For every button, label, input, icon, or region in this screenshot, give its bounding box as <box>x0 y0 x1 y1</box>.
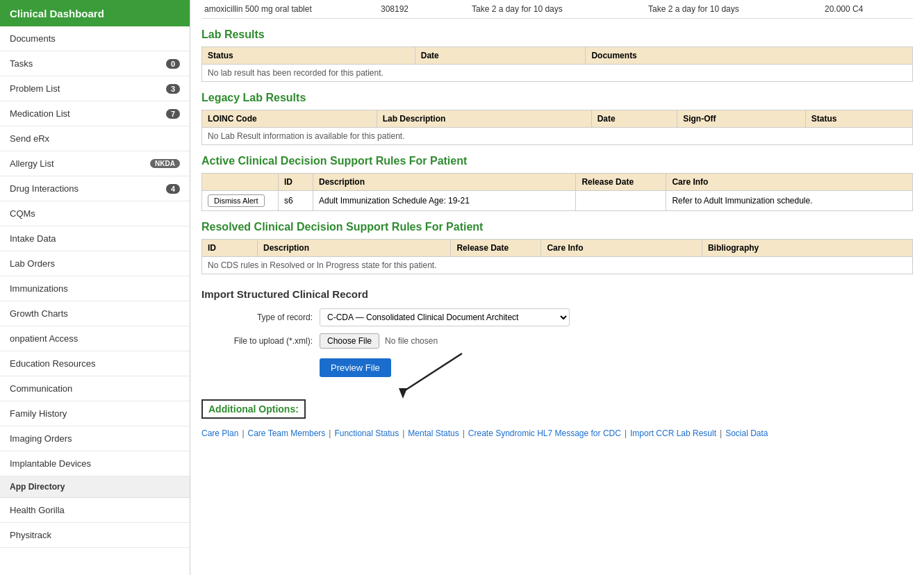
sep-6: | <box>720 428 722 438</box>
active-cds-col-id: ID <box>279 174 313 191</box>
sidebar-item-communication[interactable]: Communication <box>0 376 190 401</box>
medication-list-badge: 7 <box>166 109 180 119</box>
no-file-text: No file chosen <box>385 336 438 346</box>
sidebar-item-drug-interactions[interactable]: Drug Interactions 4 <box>0 176 190 201</box>
file-label: File to upload (*.xml): <box>201 336 320 346</box>
link-functional-status[interactable]: Functional Status <box>334 428 399 438</box>
sidebar: Clinical Dashboard Documents Tasks 0 Pro… <box>0 0 190 575</box>
lab-col-date: Date <box>415 47 586 65</box>
sidebar-item-label: Documents <box>10 33 56 44</box>
main-content: amoxicillin 500 mg oral tablet 308192 Ta… <box>190 0 924 575</box>
sidebar-item-label: Communication <box>10 383 72 394</box>
medication-sig: Take 2 a day for 10 days <box>469 4 645 14</box>
app-directory-header: App Directory <box>0 476 190 498</box>
lab-results-table: Status Date Documents No lab result has … <box>201 47 913 82</box>
medication-row: amoxicillin 500 mg oral tablet 308192 Ta… <box>201 0 913 19</box>
dismiss-alert-button[interactable]: Dismiss Alert <box>208 194 265 207</box>
import-section: Import Structured Clinical Record Type o… <box>201 288 913 377</box>
sidebar-item-label: Health Gorilla <box>10 505 65 515</box>
legacy-lab-empty-row: No Lab Result information is available f… <box>202 128 913 145</box>
sidebar-header: Clinical Dashboard <box>0 0 190 26</box>
sidebar-item-label: Medication List <box>10 108 70 119</box>
link-care-team-members[interactable]: Care Team Members <box>248 428 326 438</box>
sidebar-item-onpatient-access[interactable]: onpatient Access <box>0 326 190 351</box>
resolved-cds-table: ID Description Release Date Care Info Bi… <box>201 239 913 274</box>
sidebar-item-intake-data[interactable]: Intake Data <box>0 226 190 251</box>
sidebar-item-label: Family History <box>10 408 67 419</box>
drug-interactions-badge: 4 <box>166 184 180 194</box>
legacy-lab-results-table: LOINC Code Lab Description Date Sign-Off… <box>201 110 913 145</box>
link-care-plan[interactable]: Care Plan <box>201 428 238 438</box>
active-cds-col-release: Release Date <box>576 174 666 191</box>
lab-results-empty-message: No lab result has been recorded for this… <box>202 65 913 82</box>
cds-id: s6 <box>279 191 313 211</box>
sep-3: | <box>402 428 404 438</box>
record-type-select[interactable]: C-CDA — Consolidated Clinical Document A… <box>320 308 570 326</box>
lab-col-status: Status <box>202 47 415 65</box>
sidebar-item-label: Send eRx <box>10 133 49 144</box>
sep-2: | <box>329 428 331 438</box>
sidebar-item-medication-list[interactable]: Medication List 7 <box>0 101 190 126</box>
sidebar-item-label: Imaging Orders <box>10 433 72 444</box>
sidebar-item-label: Growth Charts <box>10 308 68 319</box>
sidebar-item-label: Allergy List <box>10 158 54 169</box>
sidebar-item-send-erx[interactable]: Send eRx <box>0 126 190 151</box>
sidebar-item-allergy-list[interactable]: Allergy List NKDA <box>0 151 190 176</box>
sidebar-item-education-resources[interactable]: Education Resources <box>0 351 190 376</box>
lab-col-documents: Documents <box>586 47 913 65</box>
medication-name: amoxicillin 500 mg oral tablet <box>201 4 378 14</box>
additional-options-section: Additional Options: Care Plan | Care Tea… <box>201 388 913 438</box>
sidebar-item-label: Intake Data <box>10 233 56 244</box>
link-import-ccr[interactable]: Import CCR Lab Result <box>630 428 716 438</box>
resolved-col-bibliography: Bibliography <box>702 240 912 257</box>
sidebar-item-implantable-devices[interactable]: Implantable Devices <box>0 451 190 476</box>
active-cds-row: Dismiss Alert s6 Adult Immunization Sche… <box>202 191 913 211</box>
sidebar-item-label: CQMs <box>10 208 35 219</box>
sidebar-item-cqms[interactable]: CQMs <box>0 201 190 226</box>
sidebar-item-label: Lab Orders <box>10 258 55 269</box>
sidebar-item-immunizations[interactable]: Immunizations <box>0 276 190 301</box>
sidebar-item-physitrack[interactable]: Physitrack <box>0 523 190 548</box>
link-social-data[interactable]: Social Data <box>725 428 768 438</box>
legacy-col-loinc: LOINC Code <box>202 110 377 128</box>
sidebar-item-tasks[interactable]: Tasks 0 <box>0 51 190 76</box>
legacy-col-date: Date <box>591 110 677 128</box>
cds-description: Adult Immunization Schedule Age: 19-21 <box>313 191 576 211</box>
resolved-col-release: Release Date <box>451 240 541 257</box>
medication-qty: 20.000 C4 <box>822 4 913 14</box>
sidebar-item-documents[interactable]: Documents <box>0 26 190 51</box>
legacy-lab-results-title: Legacy Lab Results <box>201 92 913 104</box>
legacy-col-signoff: Sign-Off <box>677 110 806 128</box>
resolved-cds-empty-message: No CDS rules in Resolved or In Progress … <box>202 257 913 274</box>
sidebar-item-problem-list[interactable]: Problem List 3 <box>0 76 190 101</box>
sidebar-item-growth-charts[interactable]: Growth Charts <box>0 301 190 326</box>
sidebar-item-label: Tasks <box>10 58 33 69</box>
dismiss-alert-cell: Dismiss Alert <box>202 191 279 211</box>
cds-care-info: Refer to Adult Immunization schedule. <box>666 191 913 211</box>
svg-marker-1 <box>399 388 407 399</box>
sidebar-item-family-history[interactable]: Family History <box>0 401 190 426</box>
sidebar-item-label: Problem List <box>10 83 60 94</box>
additional-options-title: Additional Options: <box>208 403 299 415</box>
sidebar-item-label: Drug Interactions <box>10 183 79 194</box>
sidebar-item-label: onpatient Access <box>10 333 78 344</box>
sep-5: | <box>625 428 627 438</box>
preview-file-button[interactable]: Preview File <box>320 358 391 377</box>
legacy-col-desc: Lab Description <box>377 110 591 128</box>
sidebar-item-health-gorilla[interactable]: Health Gorilla <box>0 498 190 523</box>
link-create-syndromic[interactable]: Create Syndromic HL7 Message for CDC <box>468 428 621 438</box>
link-mental-status[interactable]: Mental Status <box>408 428 459 438</box>
medication-sig2: Take 2 a day for 10 days <box>645 4 822 14</box>
legacy-lab-empty-message: No Lab Result information is available f… <box>202 128 913 145</box>
choose-file-button[interactable]: Choose File <box>320 333 379 349</box>
sidebar-item-lab-orders[interactable]: Lab Orders <box>0 251 190 276</box>
lab-results-title: Lab Results <box>201 28 913 41</box>
file-upload-row: File to upload (*.xml): Choose File No f… <box>201 333 913 349</box>
sep-4: | <box>463 428 465 438</box>
resolved-col-desc: Description <box>258 240 451 257</box>
type-of-record-row: Type of record: C-CDA — Consolidated Cli… <box>201 308 913 326</box>
sidebar-item-label: Immunizations <box>10 283 68 294</box>
additional-options-box: Additional Options: <box>201 399 306 419</box>
sidebar-item-imaging-orders[interactable]: Imaging Orders <box>0 426 190 451</box>
cds-release-date <box>576 191 666 211</box>
